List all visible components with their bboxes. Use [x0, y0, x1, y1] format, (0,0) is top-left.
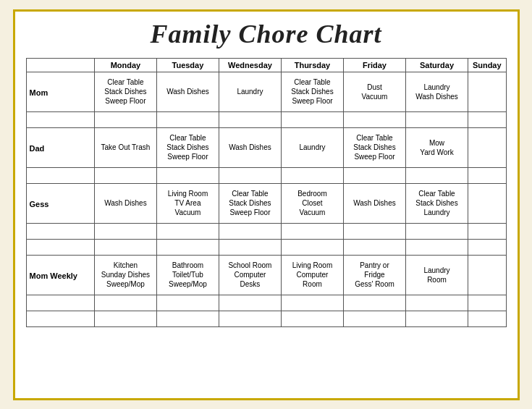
cell-2-sunday — [468, 127, 507, 167]
cell-4-friday: Wash Dishes — [343, 183, 405, 223]
cell-9-thursday — [281, 311, 343, 326]
cell-5-saturday — [405, 223, 468, 239]
col-header-5: Friday — [343, 58, 405, 72]
col-header-3: Wednesday — [219, 58, 281, 72]
cell-2-monday: Take Out Trash — [94, 127, 156, 167]
cell-5-sunday — [468, 223, 507, 239]
cell-8-friday — [343, 295, 405, 311]
row-label-1 — [26, 111, 94, 127]
row-label-2: Dad — [26, 127, 94, 167]
cell-7-friday: Pantry orFridgeGess' Room — [343, 255, 405, 295]
cell-9-saturday — [405, 311, 468, 326]
page-title: Family Chore Chart — [150, 19, 381, 49]
cell-8-wednesday — [219, 295, 281, 311]
cell-5-monday — [94, 223, 156, 239]
table-row — [26, 311, 506, 326]
cell-9-wednesday — [219, 311, 281, 326]
table-row — [26, 295, 506, 311]
row-label-7: Mom Weekly — [26, 255, 94, 295]
cell-4-tuesday: Living RoomTV AreaVacuum — [156, 183, 219, 223]
cell-7-wednesday: School RoomComputerDesks — [219, 255, 281, 295]
cell-8-monday — [94, 295, 156, 311]
cell-2-tuesday: Clear TableStack DishesSweep Floor — [156, 127, 219, 167]
cell-1-tuesday — [156, 111, 219, 127]
cell-1-wednesday — [219, 111, 281, 127]
cell-4-monday: Wash Dishes — [94, 183, 156, 223]
cell-9-sunday — [468, 311, 507, 326]
cell-1-sunday — [468, 111, 507, 127]
cell-0-sunday — [468, 72, 507, 111]
cell-5-friday — [343, 223, 405, 239]
cell-1-monday — [94, 111, 156, 127]
col-header-4: Thursday — [281, 58, 343, 72]
cell-7-thursday: Living RoomComputerRoom — [281, 255, 343, 295]
cell-3-wednesday — [219, 167, 281, 183]
cell-7-monday: KitchenSunday DishesSweep/Mop — [94, 255, 156, 295]
cell-3-thursday — [281, 167, 343, 183]
cell-3-monday — [94, 167, 156, 183]
cell-1-thursday — [281, 111, 343, 127]
cell-8-tuesday — [156, 295, 219, 311]
col-header-6: Saturday — [405, 58, 468, 72]
row-label-5 — [26, 223, 94, 239]
cell-4-sunday — [468, 183, 507, 223]
col-header-0 — [26, 58, 94, 72]
col-header-1: Monday — [94, 58, 156, 72]
cell-7-saturday: LaundryRoom — [405, 255, 468, 295]
cell-1-friday — [343, 111, 405, 127]
row-label-4: Gess — [26, 183, 94, 223]
cell-6-wednesday — [219, 239, 281, 255]
cell-9-tuesday — [156, 311, 219, 326]
cell-3-friday — [343, 167, 405, 183]
table-row — [26, 167, 506, 183]
table-row — [26, 111, 506, 127]
chore-table: MondayTuesdayWednesdayThursdayFridaySatu… — [26, 58, 507, 327]
cell-6-saturday — [405, 239, 468, 255]
cell-0-saturday: LaundryWash Dishes — [405, 72, 468, 111]
table-row — [26, 239, 506, 255]
col-header-2: Tuesday — [156, 58, 219, 72]
cell-0-thursday: Clear TableStack DishesSweep Floor — [281, 72, 343, 111]
cell-5-thursday — [281, 223, 343, 239]
cell-4-saturday: Clear TableStack DishesLaundry — [405, 183, 468, 223]
page-container: Family Chore Chart MondayTuesdayWednesda… — [13, 9, 520, 400]
table-row — [26, 223, 506, 239]
row-label-6 — [26, 239, 94, 255]
cell-4-wednesday: Clear TableStack DishesSweep Floor — [219, 183, 281, 223]
cell-8-sunday — [468, 295, 507, 311]
cell-2-saturday: MowYard Work — [405, 127, 468, 167]
cell-6-sunday — [468, 239, 507, 255]
row-label-9 — [26, 311, 94, 326]
cell-0-friday: DustVacuum — [343, 72, 405, 111]
row-label-0: Mom — [26, 72, 94, 111]
cell-0-monday: Clear TableStack DishesSweep Floor — [94, 72, 156, 111]
cell-1-saturday — [405, 111, 468, 127]
cell-6-tuesday — [156, 239, 219, 255]
cell-2-wednesday: Wash Dishes — [219, 127, 281, 167]
cell-8-saturday — [405, 295, 468, 311]
cell-0-tuesday: Wash Dishes — [156, 72, 219, 111]
table-row: DadTake Out TrashClear TableStack Dishes… — [26, 127, 506, 167]
table-row: GessWash DishesLiving RoomTV AreaVacuumC… — [26, 183, 506, 223]
cell-2-friday: Clear TableStack DishesSweep Floor — [343, 127, 405, 167]
cell-9-friday — [343, 311, 405, 326]
cell-7-sunday — [468, 255, 507, 295]
cell-6-friday — [343, 239, 405, 255]
cell-2-thursday: Laundry — [281, 127, 343, 167]
cell-5-tuesday — [156, 223, 219, 239]
table-row: Mom WeeklyKitchenSunday DishesSweep/MopB… — [26, 255, 506, 295]
cell-0-wednesday: Laundry — [219, 72, 281, 111]
row-label-8 — [26, 295, 94, 311]
cell-3-tuesday — [156, 167, 219, 183]
header-row: MondayTuesdayWednesdayThursdayFridaySatu… — [26, 58, 506, 72]
cell-5-wednesday — [219, 223, 281, 239]
col-header-7: Sunday — [468, 58, 507, 72]
cell-3-sunday — [468, 167, 507, 183]
cell-8-thursday — [281, 295, 343, 311]
cell-6-thursday — [281, 239, 343, 255]
cell-7-tuesday: BathroomToilet/TubSweep/Mop — [156, 255, 219, 295]
row-label-3 — [26, 167, 94, 183]
cell-4-thursday: BedroomClosetVacuum — [281, 183, 343, 223]
cell-3-saturday — [405, 167, 468, 183]
table-row: MomClear TableStack DishesSweep FloorWas… — [26, 72, 506, 111]
